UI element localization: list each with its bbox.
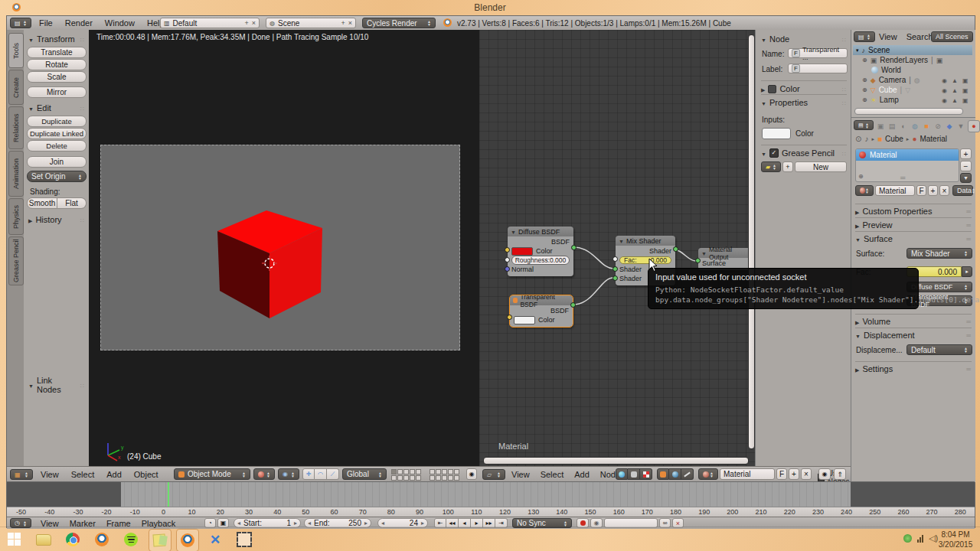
mirror-button[interactable]: Mirror [27,86,87,98]
add-material-button[interactable]: + [928,185,938,196]
node-diffuse-bsdf[interactable]: Diffuse BSDF BSDF Color Roughness:0.000 … [508,227,573,276]
node-label-field[interactable]: F [788,64,848,73]
socket-bsdf-out[interactable] [570,302,576,308]
close-scene-icon[interactable]: × [348,19,352,27]
tab-object-icon[interactable]: ■ [922,122,931,132]
material-browse-dropdown[interactable] [855,185,874,196]
panel-grip[interactable]: ═ [966,208,972,215]
menu-item[interactable]: Search [906,32,933,41]
menu-item[interactable]: File [39,18,53,28]
grease-pencil-add-button[interactable]: + [782,161,793,172]
panel-grip[interactable]: ═ [966,332,972,339]
panel-grip[interactable]: :: [80,382,85,389]
join-button[interactable]: Join [27,156,87,168]
color-panel-header[interactable]: Color:: [761,80,847,93]
set-origin-dropdown[interactable]: Set Origin [27,171,87,182]
color-swatch[interactable] [514,316,535,324]
chrome-icon[interactable] [63,530,83,549]
menu-item[interactable]: Add [574,470,590,479]
fake-user-button[interactable]: F [776,468,787,480]
mesh-slot-button[interactable] [657,468,669,480]
editor-type-button[interactable]: ▤ [854,31,875,42]
slot-specials-button[interactable]: ▼ [960,173,972,183]
tool-button[interactable]: Duplicate [27,116,87,127]
settings-header[interactable]: Settings═ [855,361,972,373]
flat-button[interactable]: Flat [57,197,87,209]
add-slot-icon[interactable]: ⊕ [858,173,864,180]
world-slot-button[interactable] [669,468,681,480]
panel-grip[interactable]: :: [80,217,85,223]
material-name-field[interactable]: Material [720,468,775,480]
expand-icon[interactable]: ⊕ [862,77,867,83]
tab-material-icon[interactable]: ● [968,120,980,132]
socket-normal-in[interactable] [505,266,510,272]
scale-manipulator-button[interactable]: ⟋ [327,468,339,480]
notes-app-button[interactable] [149,529,172,551]
file-explorer-icon[interactable] [34,530,54,549]
tab-tools[interactable]: Tools [8,33,24,68]
panel-grip[interactable]: ═ [966,236,972,243]
translate-manipulator-button[interactable]: ✛ [302,468,315,480]
go-parent-node-button[interactable]: ⇑ [834,468,846,480]
grease-pencil-new-button[interactable]: New [795,161,847,172]
history-panel-header[interactable]: History:: [28,215,85,224]
panel-grip[interactable]: :: [80,105,85,112]
panel-grip[interactable]: :: [842,86,847,93]
tray-app-icon[interactable] [903,534,912,543]
stepper-right-icon[interactable]: ▸ [294,520,297,527]
editor-type-button[interactable]: ▤ [10,18,31,28]
tool-button[interactable]: Delete [27,140,87,152]
display-mode-dropdown[interactable]: All Scenes [931,31,973,42]
layers-grid-2[interactable] [430,469,465,481]
layers-grid[interactable] [391,469,426,481]
edit-panel-header[interactable]: Edit:: [28,103,85,112]
expand-icon[interactable]: ⊕ [862,96,867,103]
properties-panel-header[interactable]: Properties:: [761,94,847,107]
tab-render-icon[interactable]: ▣ [876,122,885,132]
data-link-dropdown[interactable]: Data [952,185,973,196]
surface-header[interactable]: Surface═ [855,231,972,243]
socket-color-in[interactable] [507,315,512,320]
tab-physics[interactable]: Physics [8,198,24,235]
menu-item[interactable]: View [41,470,59,479]
menu-item[interactable]: View [511,470,530,479]
smooth-button[interactable]: Smooth [27,197,57,209]
outliner-row-renderlayers[interactable]: ⊕ ▣ RenderLayers| ▣ [862,56,942,64]
material-slot-row[interactable]: Material [856,149,959,161]
socket-fac-in[interactable] [612,256,618,262]
fake-user-button[interactable]: F [916,185,926,196]
menu-item[interactable]: Select [71,470,95,479]
vertical-scrollbar[interactable] [748,34,755,449]
menu-item[interactable]: Render [65,18,93,28]
slot-remove-button[interactable]: − [960,161,972,171]
tab-animation[interactable]: Animation [8,151,24,197]
unlink-material-button[interactable]: × [939,185,949,196]
mode-dropdown[interactable]: Object Mode [174,468,250,480]
fake-user-badge[interactable]: F [792,64,800,73]
editor-type-button[interactable]: ▱ [482,469,505,480]
stepper-left-icon[interactable]: ◂ [237,520,240,527]
panel-grip[interactable]: :: [80,36,85,43]
grease-pencil-checkbox[interactable]: ✓ [769,148,779,158]
color-swatch[interactable] [511,247,533,256]
orientation-dropdown[interactable]: Global [342,468,387,480]
node-panel-header[interactable]: Node:: [761,34,847,44]
render-engine-dropdown[interactable]: Cycles Render [362,18,436,28]
tab-constraints-icon[interactable]: ⊘ [933,122,942,132]
displacement-header[interactable]: Displacement═ [855,328,972,340]
material-name-field[interactable]: Material [875,185,915,196]
surface-shader-dropdown[interactable]: Mix Shader [906,248,972,259]
taskbar-clock[interactable]: 8:04 PM 3/20/2015 [936,530,975,549]
add-layout-icon[interactable]: + [244,19,248,27]
pivot-dropdown[interactable]: ◉ [278,468,299,480]
horizontal-scrollbar[interactable] [483,457,749,465]
menu-item[interactable]: Object [134,470,158,479]
grease-pencil-panel-header[interactable]: ✓ Grease Pencil:: [761,145,847,158]
slot-add-button[interactable]: + [960,148,972,159]
spotify-icon[interactable] [121,530,141,549]
pin-icon[interactable]: ⊙ [855,135,861,143]
expand-icon[interactable]: ▾ [856,47,859,54]
panel-grip[interactable]: :: [842,150,847,157]
node-editor-canvas[interactable]: Diffuse BSDF BSDF Color Roughness:0.000 … [479,30,755,466]
fake-user-badge[interactable]: F [792,49,800,57]
